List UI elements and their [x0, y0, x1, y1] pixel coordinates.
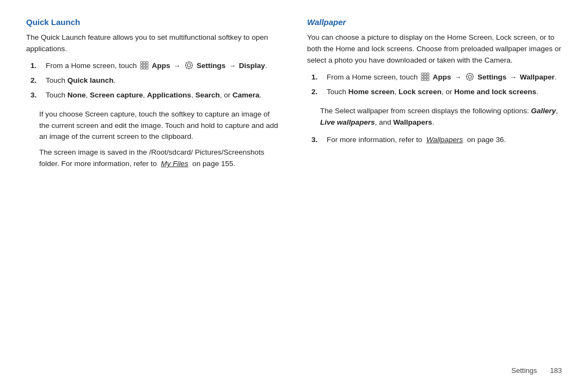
- none-label: None: [68, 91, 86, 99]
- settings-label-1: Settings: [197, 62, 225, 70]
- left-step-3: 3. Touch None, Screen capture, Applicati…: [30, 90, 281, 101]
- applications-label: Applications: [147, 91, 191, 99]
- right-step-1: 1. From a Home screen, touch: [311, 72, 562, 83]
- left-indent-para-1: If you choose Screen capture, touch the …: [39, 109, 281, 143]
- left-numbered-list: 1. From a Home screen, touch: [30, 60, 281, 105]
- svg-line-16: [191, 68, 192, 68]
- settings-icon-right-1: [465, 72, 474, 81]
- wallpapers-ref-label: Wallpapers: [426, 136, 463, 144]
- svg-rect-0: [140, 62, 143, 64]
- step-number-3: 3.: [30, 90, 44, 101]
- right-step-3-list: 3. For more information, refer to Wallpa…: [311, 134, 562, 149]
- svg-rect-25: [421, 78, 424, 81]
- right-settings-label: Settings: [477, 73, 506, 81]
- svg-rect-7: [143, 67, 145, 69]
- svg-rect-24: [427, 76, 429, 78]
- svg-rect-1: [143, 62, 145, 64]
- right-numbered-list: 1. From a Home screen, touch: [311, 72, 562, 101]
- left-section-title: Quick Launch: [26, 17, 281, 27]
- apps-label-1: Apps: [152, 62, 170, 70]
- svg-line-17: [191, 63, 192, 63]
- apps-icon-right-1: [421, 72, 430, 81]
- right-arrow-1: →: [454, 73, 461, 81]
- right-intro: You can choose a picture to display on t…: [307, 32, 562, 66]
- svg-point-28: [468, 75, 471, 78]
- svg-rect-21: [427, 73, 429, 75]
- svg-rect-22: [421, 76, 424, 78]
- svg-rect-2: [146, 62, 148, 64]
- svg-rect-27: [427, 78, 429, 81]
- right-step-number-2: 2.: [311, 87, 324, 98]
- right-step-2: 2. Touch Home screen, Lock screen, or Ho…: [311, 87, 562, 98]
- svg-point-9: [187, 64, 191, 67]
- columns: Quick Launch The Quick Launch feature al…: [26, 17, 562, 362]
- page-container: Quick Launch The Quick Launch feature al…: [0, 0, 588, 392]
- right-step-number-1: 1.: [311, 72, 324, 83]
- apps-icon-left-1: [140, 61, 149, 70]
- left-intro: The Quick Launch feature allows you to s…: [26, 32, 281, 55]
- step-number-1: 1.: [30, 60, 44, 72]
- svg-rect-26: [424, 78, 426, 81]
- screen-capture-label: Screen capture: [90, 91, 143, 99]
- right-indent-para-1: The Select wallpaper from screen display…: [320, 106, 562, 128]
- left-column: Quick Launch The Quick Launch feature al…: [26, 17, 281, 362]
- step-3-content: Touch None, Screen capture, Applications…: [46, 90, 281, 101]
- left-step-2: 2. Touch Quick launch.: [30, 75, 281, 87]
- arrow-1: →: [173, 62, 180, 70]
- camera-label: Camera: [232, 91, 260, 99]
- svg-rect-4: [143, 64, 145, 66]
- svg-rect-5: [146, 64, 148, 66]
- svg-line-34: [467, 74, 468, 75]
- home-screen-label: Home screen: [348, 88, 395, 96]
- right-section-title: Wallpaper: [307, 17, 562, 27]
- left-step-1: 1. From a Home screen, touch: [30, 60, 281, 72]
- gallery-label: Gallery: [531, 107, 556, 115]
- live-wallpapers-label: Live wallpapers: [320, 118, 375, 126]
- svg-line-18: [186, 68, 187, 68]
- svg-rect-19: [421, 73, 424, 75]
- right-step-3: 3. For more information, refer to Wallpa…: [311, 134, 562, 146]
- step-2-content: Touch Quick launch.: [46, 75, 281, 87]
- wallpapers-label: Wallpapers: [393, 118, 432, 126]
- svg-rect-3: [140, 64, 143, 66]
- footer-label: Settings: [511, 366, 537, 375]
- right-column: Wallpaper You can choose a picture to di…: [307, 17, 562, 362]
- right-wallpaper-label-1: Wallpaper: [520, 73, 555, 81]
- right-step-number-3: 3.: [311, 134, 324, 146]
- svg-line-37: [467, 79, 468, 79]
- svg-line-15: [186, 63, 187, 63]
- step-1-content: From a Home screen, touch A: [46, 60, 281, 72]
- right-step-2-content: Touch Home screen, Lock screen, or Home …: [327, 87, 562, 98]
- step-number-2: 2.: [30, 75, 44, 87]
- quick-launch-label: Quick launch: [68, 76, 114, 84]
- right-apps-label: Apps: [433, 73, 451, 81]
- svg-line-36: [472, 74, 473, 75]
- right-step-3-content: For more information, refer to Wallpaper…: [327, 134, 562, 146]
- display-label: Display: [239, 62, 265, 70]
- lock-screen-label: Lock screen: [399, 88, 442, 96]
- page-footer: Settings 183: [26, 362, 562, 375]
- svg-rect-6: [140, 67, 143, 69]
- search-label: Search: [195, 91, 220, 99]
- right-arrow-2: →: [510, 73, 517, 81]
- svg-rect-20: [424, 73, 426, 75]
- svg-rect-23: [424, 76, 426, 78]
- svg-line-35: [472, 79, 473, 79]
- right-step-1-content: From a Home screen, touch A: [327, 72, 562, 83]
- left-indent-para-2: The screen image is saved in the /Root/s…: [39, 147, 281, 170]
- footer-page-number: 183: [550, 366, 562, 375]
- arrow-2: →: [229, 62, 236, 70]
- home-lock-label: Home and lock screens: [454, 88, 536, 96]
- settings-icon-left-1: [185, 61, 193, 70]
- svg-rect-8: [146, 67, 148, 69]
